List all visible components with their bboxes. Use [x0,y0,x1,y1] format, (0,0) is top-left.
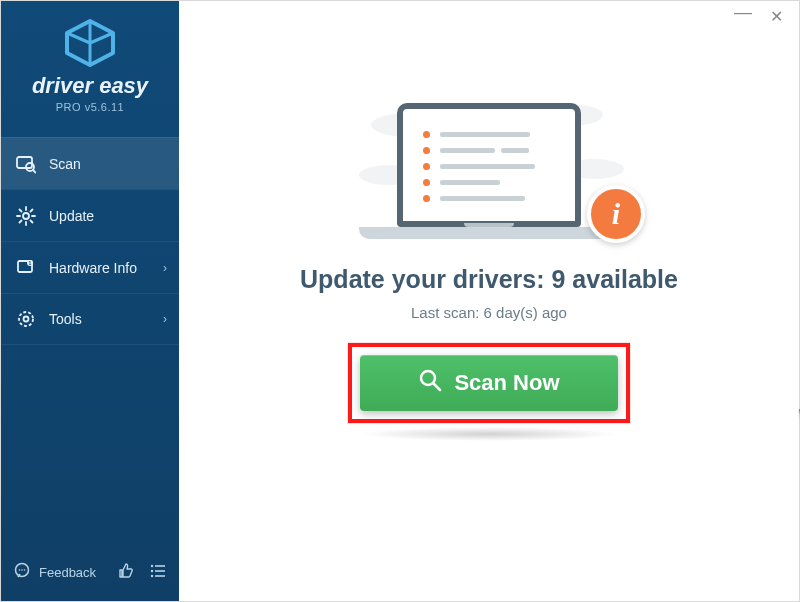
list-icon[interactable] [149,562,167,583]
brand-logo-icon [1,19,179,67]
thumbs-up-icon[interactable] [117,562,135,583]
sidebar-item-label: Update [49,208,94,224]
info-badge-icon: i [587,185,645,243]
svg-point-12 [24,569,26,571]
sidebar-nav: Scan Update 1 Hardware Info › Tools [1,137,179,345]
headline: Update your drivers: 9 available [300,265,678,294]
scan-icon [15,153,37,175]
sidebar-item-hardware-info[interactable]: 1 Hardware Info › [1,241,179,293]
svg-line-24 [434,384,441,391]
hardware-icon: 1 [15,257,37,279]
laptop-illustration: i [339,79,639,239]
svg-point-15 [151,575,153,577]
chevron-right-icon: › [163,261,167,275]
svg-line-2 [33,170,36,173]
brand-version: PRO v5.6.11 [1,101,179,113]
main-content: i Update your drivers: 9 available Last … [179,1,799,601]
svg-point-14 [151,570,153,572]
gear-icon [15,205,37,227]
svg-point-3 [23,213,29,219]
last-scan-text: Last scan: 6 day(s) ago [411,304,567,321]
sidebar-item-scan[interactable]: Scan [1,137,179,189]
scan-now-button[interactable]: Scan Now [360,355,618,411]
sidebar-item-tools[interactable]: Tools › [1,293,179,345]
app-window: driver easy PRO v5.6.11 Scan Update 1 [0,0,800,602]
sidebar-item-label: Scan [49,156,81,172]
svg-point-8 [24,317,29,322]
sidebar-item-label: Hardware Info [49,260,137,276]
svg-point-11 [21,569,23,571]
tools-icon [15,308,37,330]
brand-name: driver easy [1,73,179,99]
svg-text:1: 1 [29,260,32,266]
sidebar: driver easy PRO v5.6.11 Scan Update 1 [1,1,179,601]
feedback-label: Feedback [39,565,96,580]
annotation-arrow-icon [795,407,800,481]
svg-point-13 [151,565,153,567]
chevron-right-icon: › [163,312,167,326]
chat-icon [13,562,31,583]
svg-point-7 [19,312,33,326]
available-count: 9 [551,265,565,293]
sidebar-item-update[interactable]: Update [1,189,179,241]
feedback-button[interactable]: Feedback [13,562,96,583]
brand-logo-area: driver easy PRO v5.6.11 [1,1,179,127]
scan-highlight-box: Scan Now [348,343,630,423]
button-shadow [360,427,618,441]
sidebar-item-label: Tools [49,311,82,327]
sidebar-footer: Feedback [1,554,179,591]
svg-point-10 [19,569,21,571]
scan-button-label: Scan Now [454,370,559,396]
magnifier-icon [418,368,442,398]
